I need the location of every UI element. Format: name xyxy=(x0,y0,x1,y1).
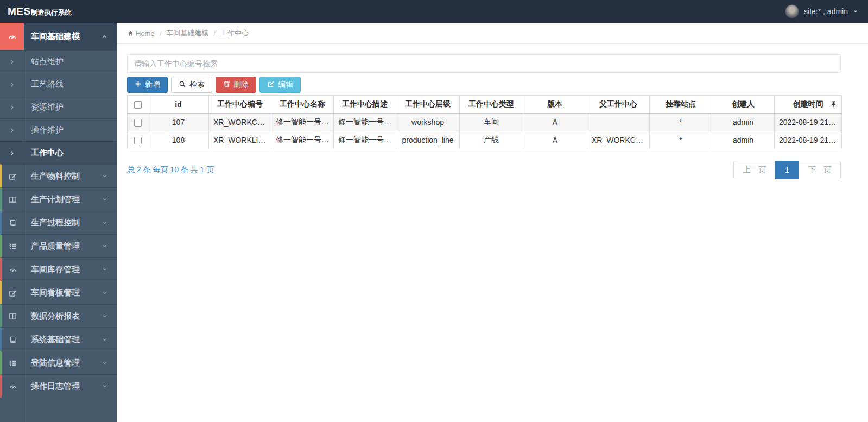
page-1-button[interactable]: 1 xyxy=(775,161,799,179)
sidebar-item-process-control[interactable]: 生产过程控制 xyxy=(0,211,117,234)
app-logo: MES制造执行系统 xyxy=(8,5,72,17)
table-row[interactable]: 107 XR_WORKCEN... 修一智能一号车间 修一智能一号车间 work… xyxy=(128,114,842,131)
chevron-down-icon xyxy=(102,313,108,319)
sidebar-item-operation-maintenance[interactable]: 操作维护 xyxy=(0,118,117,141)
book-icon xyxy=(2,336,24,344)
list-icon xyxy=(2,242,24,250)
chevron-right-icon xyxy=(0,127,24,134)
header-version: 版本 xyxy=(523,96,587,114)
chevron-right-icon xyxy=(0,104,24,111)
main-panel: Home / 车间基础建模 / 工作中心 新增 检索 xyxy=(117,23,868,422)
delete-button[interactable]: 删除 xyxy=(216,77,256,93)
breadcrumb-level2: 工作中心 xyxy=(220,28,249,38)
sidebar-item-system-management[interactable]: 系统基础管理 xyxy=(0,327,117,351)
add-button[interactable]: 新增 xyxy=(127,77,168,93)
cell-version: A xyxy=(523,114,587,131)
search-button-label: 检索 xyxy=(189,80,205,90)
avatar[interactable] xyxy=(785,4,799,18)
search-button[interactable]: 检索 xyxy=(171,77,212,93)
sidebar-item-plan-management[interactable]: 生产计划管理 xyxy=(0,187,117,211)
book-icon xyxy=(2,219,24,227)
sidebar-item-resource-maintenance[interactable]: 资源维护 xyxy=(0,96,117,118)
next-page-button[interactable]: 下一页 xyxy=(799,161,841,179)
sidebar-item-label: 操作维护 xyxy=(24,125,64,135)
chevron-right-icon xyxy=(0,150,24,156)
header-id: id xyxy=(148,96,209,114)
chevron-down-icon xyxy=(102,219,108,226)
cell-version: A xyxy=(523,131,587,149)
sidebar-item-inventory-management[interactable]: 车间库存管理 xyxy=(0,257,117,281)
header-created: 创建时间 xyxy=(775,96,842,114)
header-type: 工作中心类型 xyxy=(460,96,523,114)
sidebar-item-login-info-management[interactable]: 登陆信息管理 xyxy=(0,351,117,374)
breadcrumb-level1[interactable]: 车间基础建模 xyxy=(166,28,208,38)
work-center-table: id 工作中心编号 工作中心名称 工作中心描述 工作中心层级 工作中心类型 版本… xyxy=(127,95,842,149)
edit-button[interactable]: 编辑 xyxy=(259,77,301,93)
cell-station: * xyxy=(650,114,712,131)
sidebar-item-quality-management[interactable]: 产品质量管理 xyxy=(0,234,117,257)
sidebar-item-operation-log-management[interactable]: 操作日志管理 xyxy=(0,374,117,398)
select-all-checkbox[interactable] xyxy=(134,101,142,109)
table-row[interactable]: 108 XR_WORKLINE... 修一智能一号S... 修一智能一号S...… xyxy=(128,131,842,149)
delete-button-label: 删除 xyxy=(233,80,249,90)
cell-name: 修一智能一号车间 xyxy=(271,114,334,131)
edit-icon xyxy=(2,172,24,180)
sidebar-item-label: 操作日志管理 xyxy=(24,381,102,392)
sidebar-item-label: 生产过程控制 xyxy=(24,218,102,228)
sidebar-item-label: 生产物料控制 xyxy=(24,171,102,181)
breadcrumb-home[interactable]: Home xyxy=(136,29,155,37)
sidebar-item-label: 车间看板管理 xyxy=(24,288,102,298)
sidebar-item-data-analysis-reports[interactable]: 数据分析报表 xyxy=(0,304,117,327)
pagination-summary: 总 2 条 每页 10 条 共 1 页 xyxy=(127,165,214,175)
cell-level: production_line xyxy=(396,131,460,149)
user-label: site:* , admin xyxy=(804,7,848,16)
row-checkbox[interactable] xyxy=(134,119,142,127)
prev-page-button[interactable]: 上一页 xyxy=(733,161,776,179)
edit-icon xyxy=(2,289,24,297)
app-root: MES制造执行系统 site:* , admin 车间基础建模 xyxy=(0,0,868,422)
edit-icon xyxy=(267,80,275,90)
chevron-down-icon xyxy=(102,243,108,249)
edit-button-label: 编辑 xyxy=(278,80,293,90)
chevron-right-icon xyxy=(0,59,24,65)
plus-icon xyxy=(135,80,142,89)
breadcrumb: Home / 车间基础建模 / 工作中心 xyxy=(117,23,868,44)
row-checkbox[interactable] xyxy=(134,137,142,144)
breadcrumb-separator: / xyxy=(160,29,162,37)
dashboard-icon xyxy=(0,23,24,50)
cell-station: * xyxy=(650,131,712,149)
cell-id: 107 xyxy=(148,114,209,131)
sidebar-item-kanban-management[interactable]: 车间看板管理 xyxy=(0,281,117,304)
sidebar-group-label: 车间基础建模 xyxy=(24,32,101,42)
cell-creator: admin xyxy=(712,114,775,131)
sidebar-item-label: 站点维护 xyxy=(24,56,64,67)
columns-icon xyxy=(2,312,24,320)
sidebar-item-process-route[interactable]: 工艺路线 xyxy=(0,73,117,96)
sidebar-group-workshop-modeling[interactable]: 车间基础建模 xyxy=(0,23,117,50)
sidebar-item-label: 工艺路线 xyxy=(24,79,64,90)
user-menu[interactable]: site:* , admin xyxy=(785,4,858,18)
cell-created: 2022-08-19 21:1... xyxy=(775,114,842,131)
sidebar-item-work-center[interactable]: 工作中心 xyxy=(0,141,117,164)
cell-code: XR_WORKLINE... xyxy=(209,131,271,149)
cell-parent: XR_WORKCEN... xyxy=(587,131,650,149)
cell-creator: admin xyxy=(712,131,775,149)
toolbar: 新增 检索 删除 编辑 xyxy=(127,77,841,93)
trash-icon xyxy=(223,80,230,90)
search-input[interactable] xyxy=(127,54,841,73)
breadcrumb-separator: / xyxy=(213,29,216,37)
cell-id: 108 xyxy=(148,131,209,149)
row-checkbox-cell xyxy=(128,114,148,131)
sidebar-item-material-control[interactable]: 生产物料控制 xyxy=(0,164,117,187)
header-code: 工作中心编号 xyxy=(209,96,271,114)
chevron-up-icon xyxy=(101,33,108,40)
cell-name: 修一智能一号S... xyxy=(271,131,334,149)
pin-icon[interactable] xyxy=(831,101,837,108)
sidebar-item-label: 生产计划管理 xyxy=(24,194,102,205)
chevron-down-icon xyxy=(102,336,108,343)
header-creator: 创建人 xyxy=(712,96,775,114)
sidebar-item-station-maintenance[interactable]: 站点维护 xyxy=(0,50,117,73)
table-header-row: id 工作中心编号 工作中心名称 工作中心描述 工作中心层级 工作中心类型 版本… xyxy=(128,96,842,114)
home-icon xyxy=(127,30,134,37)
chevron-right-icon xyxy=(0,81,24,88)
